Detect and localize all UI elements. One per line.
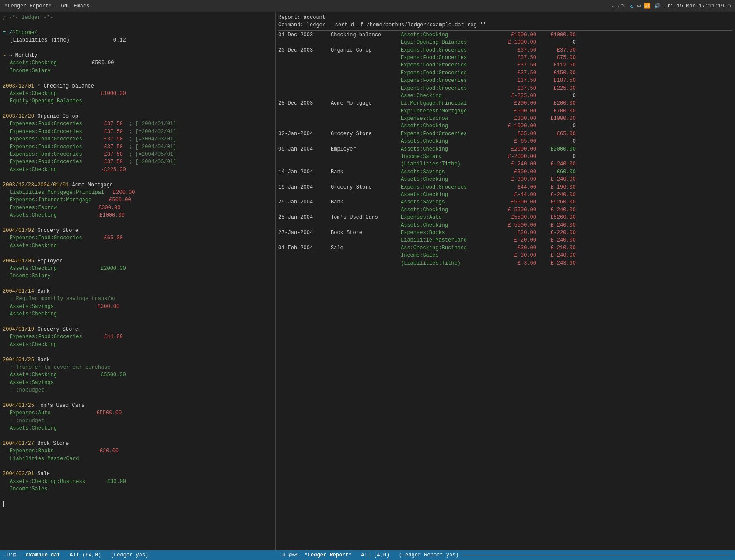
- report-row: 02-Jan-2004Grocery StoreExpens:Food:Groc…: [278, 130, 732, 138]
- txn-mortgage-e1: Liabilities:Mortgage:Principal £200.00: [3, 189, 273, 196]
- blank-line: [3, 21, 273, 29]
- window-title: *Ledger Report* - GNU Emacs: [4, 3, 89, 9]
- txn-cars-e1: Expenses:Auto £5500.00: [3, 410, 273, 417]
- txn-2003-12-20: 2003/12/20 Organic Co-op: [3, 113, 273, 120]
- txn-mortgage-e4: Assets:Checking -£1000.00: [3, 212, 273, 219]
- right-all: All (4,0): [361, 552, 389, 558]
- txn-bank-comment: ; Regular monthly savings transfer: [3, 295, 273, 303]
- txn-bank2-comment: ; Transfer to cover car purchase: [3, 364, 273, 371]
- txn-2004-02-01: 2004/02/01 Sale: [3, 470, 273, 478]
- income-rule-header: = /^Income/: [3, 29, 273, 37]
- cursor-line: ▌: [3, 501, 273, 508]
- report-row: Income:Sales£-30.00£-240.00: [278, 252, 732, 259]
- txn-mortgage-e2: Expenses:Interest:Mortgage £500.00: [3, 196, 273, 204]
- blank-line7: [3, 250, 273, 257]
- datetime-display: Fri 15 Mar 17:11:19: [664, 3, 724, 9]
- blank-line9: [3, 318, 273, 326]
- tithe-entry: (Liabilities:Tithe) 0.12: [3, 37, 273, 44]
- periodic-header: ~ ~ Monthly: [3, 52, 273, 60]
- report-separator: [278, 30, 732, 31]
- salary-entry: Income:Salary: [3, 67, 273, 75]
- txn-bank-e2: Assets:Checking: [3, 311, 273, 318]
- txn-2004-01-05: 2004/01/05 Employer: [3, 258, 273, 265]
- volume-icon[interactable]: 🔊: [654, 3, 661, 9]
- txn-cars-tag: ; :nobudget:: [3, 417, 273, 425]
- report-row: Exp:Interest:Mortgage£500.00£700.00: [278, 108, 732, 115]
- txn-2004-01-19: 2004/01/19 Grocery Store: [3, 326, 273, 333]
- txn-grocery-e2: Assets:Checking: [3, 242, 273, 250]
- txn-organic-e4: Expenses:Food:Groceries £37.50 ; [=2004/…: [3, 144, 273, 151]
- network-icon: 📶: [644, 3, 651, 9]
- txn-2004-01-27: 2004/01/27 Book Store: [3, 440, 273, 448]
- settings-icon[interactable]: ⚙: [728, 3, 731, 9]
- txn-bank-e1: Assets:Savings £300.00: [3, 303, 273, 311]
- report-row: 25-Jan-2004BankAssets:Savings£5500.00£52…: [278, 199, 732, 206]
- right-report-pane[interactable]: Report: account Command: ledger --sort d…: [276, 12, 735, 550]
- txn-grocery-e1: Expenses:Food:Groceries £65.00: [3, 234, 273, 242]
- report-row: 19-Jan-2004Grocery StoreExpens:Food:Groc…: [278, 184, 732, 191]
- txn-books-e1: Expenses:Books £20.00: [3, 448, 273, 455]
- report-row: 01-Feb-2004SaleAss:Checking:Business£30.…: [278, 245, 732, 252]
- txn-2004-01-25-bank: 2004/01/25 Bank: [3, 357, 273, 364]
- right-mode: -U:@%%-: [279, 552, 301, 558]
- blank-line5: [3, 174, 273, 181]
- right-filename: *Ledger Report*: [304, 552, 352, 558]
- txn-bank2-e1: Assets:Checking £5500.00: [3, 371, 273, 379]
- txn-2003-12-01: 2003/12/01 * Checking balance: [3, 83, 273, 90]
- left-mode: -U:@--: [4, 552, 22, 558]
- titlebar: *Ledger Report* - GNU Emacs ☁ 7°C ↻ ✉ 📶 …: [0, 0, 735, 12]
- report-row: Income:Salary£-2000.000: [278, 153, 732, 161]
- refresh-icon[interactable]: ↻: [630, 2, 634, 10]
- report-row: Equi:Opening Balances£-1000.000: [278, 39, 732, 46]
- statusbar-left: -U:@-- example.dat All (64,0) (Ledger ya…: [0, 550, 276, 560]
- txn-bank2-e2: Assets:Savings: [3, 379, 273, 387]
- report-row: Assets:Checking£-5500.00£-240.00: [278, 206, 732, 214]
- report-row: Liabilitie:MasterCard£-20.00£-240.00: [278, 237, 732, 244]
- txn-books-e2: Liabilities:MasterCard: [3, 455, 273, 463]
- report-entries: 01-Dec-2003Checking balanceAssets:Checki…: [278, 32, 732, 267]
- report-row: Assets:Checking£-5500.00£-240.00: [278, 222, 732, 229]
- report-row: Expens:Food:Groceries£37.50£75.00: [278, 54, 732, 62]
- txn-organic-e5: Expenses:Food:Groceries £37.50 ; [=2004/…: [3, 151, 273, 158]
- left-filename: example.dat: [25, 552, 60, 558]
- txn-organic-e3: Expenses:Food:Groceries £37.50 ; [=2004/…: [3, 136, 273, 143]
- report-row: Assets:Checking£-1000.000: [278, 122, 732, 130]
- report-row: 01-Dec-2003Checking balanceAssets:Checki…: [278, 32, 732, 39]
- blank-line10: [3, 349, 273, 356]
- statusbar-right: -U:@%%- *Ledger Report* All (4,0) (Ledge…: [276, 550, 735, 560]
- weather-display: ☁ 7°C: [611, 3, 626, 9]
- report-title-line: Report: account: [278, 14, 732, 21]
- blank-line11: [3, 395, 273, 402]
- txn-employer-e2: Income:Salary: [3, 273, 273, 280]
- txn-sale-e2: Income:Sales: [3, 486, 273, 493]
- report-row: Expens:Food:Groceries£37.50£187.50: [278, 77, 732, 84]
- checking-entry: Assets:Checking £500.00: [3, 60, 273, 67]
- report-row: 14-Jan-2004BankAssets:Savings£300.00£60.…: [278, 168, 732, 176]
- report-row: Expenses:Escrow£300.00£1000.00: [278, 115, 732, 122]
- txn-2004-01-02: 2004/01/02 Grocery Store: [3, 227, 273, 234]
- report-row: Expens:Food:Groceries£37.50£225.00: [278, 85, 732, 92]
- report-row: (Liabilities:Tithe)£-3.60£-243.60: [278, 260, 732, 267]
- txn-organic-e1: Expenses:Food:Groceries £37.50 ; [=2004/…: [3, 120, 273, 128]
- txn-2003-12-01-entry1: Assets:Checking £1000.00: [3, 90, 273, 98]
- txn-grocery2-e2: Assets:Checking: [3, 341, 273, 349]
- txn-organic-e7: Assets:Checking -£225.00: [3, 166, 273, 174]
- txn-bank2-tag: ; :nobudget:: [3, 387, 273, 394]
- left-editor-pane[interactable]: ; -*- ledger -*- = /^Income/ (Liabilitie…: [0, 12, 276, 550]
- txn-employer-e1: Assets:Checking £2000.00: [3, 265, 273, 273]
- blank-line12: [3, 432, 273, 440]
- txn-cars-e2: Assets:Checking: [3, 425, 273, 432]
- left-all: All (64,0): [70, 552, 101, 558]
- report-row: 05-Jan-2004EmployerAssets:Checking£2000.…: [278, 146, 732, 153]
- report-row: (Liabilities:Tithe)£-240.00£-240.00: [278, 161, 732, 168]
- blank-line14: [3, 494, 273, 501]
- statusbar: -U:@-- example.dat All (64,0) (Ledger ya…: [0, 550, 735, 560]
- txn-sale-e1: Assets:Checking:Business £30.00: [3, 478, 273, 486]
- txn-mortgage-e3: Expenses:Escrow £300.00: [3, 204, 273, 212]
- blank-line13: [3, 463, 273, 470]
- report-row: Expens:Food:Groceries£37.50£112.50: [278, 62, 732, 69]
- txn-organic-e6: Expenses:Food:Groceries £37.50 ; [=2004/…: [3, 158, 273, 166]
- email-icon[interactable]: ✉: [637, 3, 640, 9]
- txn-2003-12-28: 2003/12/28=2004/01/01 Acme Mortgage: [3, 182, 273, 189]
- txn-organic-e2: Expenses:Food:Groceries £37.50 ; [=2004/…: [3, 128, 273, 136]
